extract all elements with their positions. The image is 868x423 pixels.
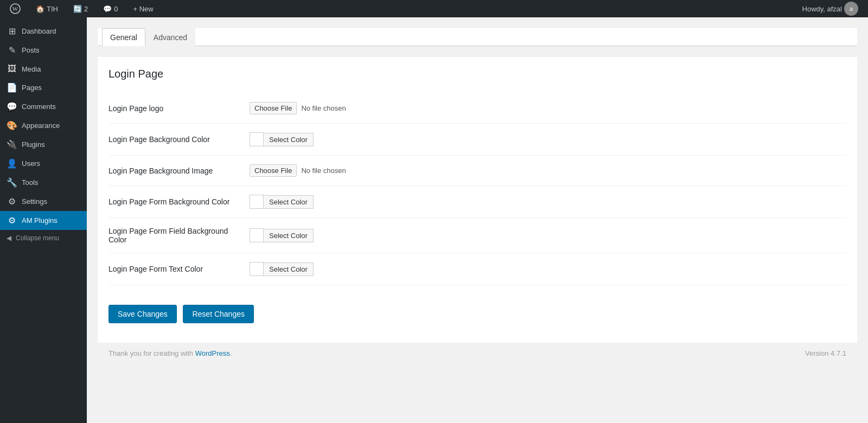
color-swatch-form-field-bg[interactable] (250, 228, 264, 242)
wp-footer: Thank you for creating with WordPress. V… (98, 343, 857, 364)
comments-count: 0 (114, 5, 118, 13)
settings-form-table: Login Page logo Choose File No file chos… (108, 93, 846, 285)
login-page-form-bg-color-field: Select Color (250, 195, 846, 209)
color-swatch-form-text[interactable] (250, 262, 264, 276)
table-row: Login Page Background Image Choose File … (108, 156, 846, 186)
field-label-login-page-form-bg-color: Login Page Form Background Color (108, 186, 250, 218)
tab-general[interactable]: General (102, 28, 145, 46)
updates-count: 2 (84, 5, 88, 13)
sidebar-item-label: Plugins (22, 140, 45, 149)
svg-text:W: W (12, 5, 18, 12)
admin-bar: W 🏠 TIH 🔄 2 💬 0 + New Howdy, afzal a (0, 0, 868, 17)
table-row: Login Page logo Choose File No file chos… (108, 93, 846, 124)
select-color-bg-button[interactable]: Select Color (264, 133, 314, 146)
field-label-login-page-logo: Login Page logo (108, 93, 250, 124)
tools-icon: 🔧 (7, 177, 17, 188)
footer-thank-you-text: Thank you for creating with (108, 349, 195, 357)
pages-icon: 📄 (7, 82, 17, 93)
select-color-form-text-button[interactable]: Select Color (264, 262, 314, 276)
settings-icon: ⚙ (7, 196, 17, 207)
login-page-form-field-bg-color-field: Select Color (250, 228, 846, 242)
select-color-form-bg-button[interactable]: Select Color (264, 195, 314, 209)
footer-version: Version 4.7.1 (805, 349, 846, 357)
color-swatch-bg[interactable] (250, 132, 264, 146)
page-title: Login Page (108, 68, 846, 80)
footer-left: Thank you for creating with WordPress. (108, 349, 232, 357)
no-file-logo-text: No file chosen (301, 104, 346, 112)
sidebar: ⊞ Dashboard ✎ Posts 🖼 Media 📄 Pages 💬 Co… (0, 17, 87, 423)
login-page-bg-image-field: Choose File No file chosen (250, 164, 846, 177)
sidebar-item-label: Comments (22, 102, 56, 111)
howdy-menu[interactable]: Howdy, afzal a (799, 2, 861, 16)
new-content-button[interactable]: + New (130, 5, 156, 13)
posts-icon: ✎ (7, 45, 17, 55)
plugins-icon: 🔌 (7, 139, 17, 150)
field-label-login-page-bg-color: Login Page Background Color (108, 124, 250, 156)
sidebar-item-label: Pages (22, 84, 42, 92)
field-label-login-page-form-text-color: Login Page Form Text Color (108, 253, 250, 285)
collapse-label: Collapse menu (16, 234, 59, 242)
sidebar-item-appearance[interactable]: 🎨 Appearance (0, 116, 87, 135)
table-row: Login Page Background Color Select Color (108, 124, 846, 156)
login-page-bg-color-field: Select Color (250, 132, 846, 146)
sidebar-item-tools[interactable]: 🔧 Tools (0, 173, 87, 192)
settings-wrap: Login Page Login Page logo Choose File N… (98, 57, 857, 343)
field-label-login-page-form-field-bg-color: Login Page Form Field Background Color (108, 218, 250, 253)
sidebar-item-users[interactable]: 👤 Users (0, 154, 87, 173)
users-icon: 👤 (7, 158, 17, 169)
new-label: + New (133, 5, 153, 13)
login-page-logo-field: Choose File No file chosen (250, 102, 846, 114)
sidebar-item-dashboard[interactable]: ⊞ Dashboard (0, 22, 87, 41)
table-row: Login Page Form Background Color Select … (108, 186, 846, 218)
table-row: Login Page Form Text Color Select Color (108, 253, 846, 285)
updates-button[interactable]: 🔄 2 (70, 5, 91, 13)
appearance-icon: 🎨 (7, 120, 17, 131)
home-icon: 🏠 (36, 5, 44, 13)
sidebar-item-plugins[interactable]: 🔌 Plugins (0, 135, 87, 154)
sidebar-item-label: Media (22, 65, 41, 73)
sidebar-item-settings[interactable]: ⚙ Settings (0, 192, 87, 211)
dashboard-icon: ⊞ (7, 26, 17, 36)
comments-icon: 💬 (103, 5, 112, 13)
sidebar-item-label: Settings (22, 197, 47, 206)
table-row: Login Page Form Field Background Color S… (108, 218, 846, 253)
login-page-form-text-color-field: Select Color (250, 262, 846, 276)
reset-changes-button[interactable]: Reset Changes (183, 305, 254, 323)
field-label-login-page-bg-image: Login Page Background Image (108, 156, 250, 186)
sidebar-item-pages[interactable]: 📄 Pages (0, 78, 87, 97)
site-name-button[interactable]: 🏠 TIH (33, 5, 61, 13)
comments-menu-icon: 💬 (7, 101, 17, 112)
form-actions: Save Changes Reset Changes (108, 296, 846, 332)
tab-bar: General Advanced (98, 28, 857, 46)
sidebar-item-label: Posts (22, 46, 40, 54)
sidebar-item-media[interactable]: 🖼 Media (0, 60, 87, 78)
sidebar-item-posts[interactable]: ✎ Posts (0, 41, 87, 60)
save-changes-button[interactable]: Save Changes (108, 305, 177, 323)
sidebar-item-am-plugins[interactable]: ⚙ AM Plugins (0, 211, 87, 230)
comments-button[interactable]: 💬 0 (100, 5, 121, 13)
updates-icon: 🔄 (73, 5, 82, 13)
site-name: TIH (47, 5, 58, 13)
sidebar-item-label: AM Plugins (22, 216, 58, 225)
collapse-menu-button[interactable]: ◀ Collapse menu (0, 230, 87, 246)
sidebar-item-comments[interactable]: 💬 Comments (0, 97, 87, 116)
select-color-form-field-bg-button[interactable]: Select Color (264, 229, 314, 242)
main-content: General Advanced Login Page Login Page l… (87, 17, 868, 423)
user-avatar: a (844, 2, 858, 16)
collapse-icon: ◀ (7, 234, 11, 242)
sidebar-item-label: Tools (22, 178, 38, 187)
color-swatch-form-bg[interactable] (250, 195, 264, 209)
media-icon: 🖼 (7, 64, 17, 74)
tab-advanced[interactable]: Advanced (145, 28, 195, 46)
sidebar-item-label: Dashboard (22, 27, 56, 35)
no-file-bg-image-text: No file chosen (301, 166, 346, 175)
choose-file-logo-button[interactable]: Choose File (250, 102, 297, 114)
sidebar-item-label: Appearance (22, 121, 60, 130)
choose-file-bg-image-button[interactable]: Choose File (250, 164, 297, 177)
footer-wp-link[interactable]: WordPress (195, 349, 230, 357)
howdy-text: Howdy, afzal (802, 5, 842, 13)
wp-logo-button[interactable]: W (7, 3, 24, 14)
am-plugins-icon: ⚙ (7, 215, 17, 226)
sidebar-item-label: Users (22, 159, 40, 168)
